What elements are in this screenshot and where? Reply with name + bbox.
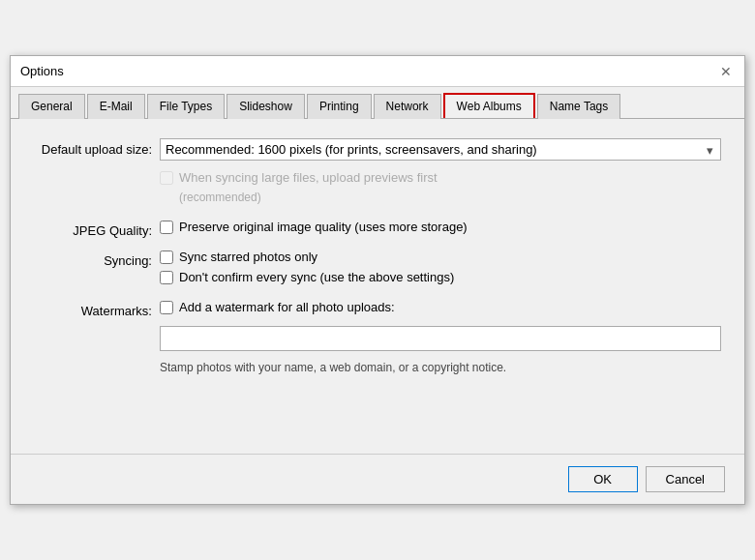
watermarks-label: Watermarks: bbox=[34, 300, 160, 318]
close-button[interactable]: ✕ bbox=[717, 63, 735, 80]
dont-confirm-row: Don't confirm every sync (use the above … bbox=[160, 270, 721, 284]
watermark-checkbox-row: Add a watermark for all photo uploads: bbox=[160, 300, 721, 314]
jpeg-quality-checkbox-row: Preserve original image quality (uses mo… bbox=[160, 220, 721, 234]
ok-button[interactable]: OK bbox=[568, 466, 638, 492]
tab-printing[interactable]: Printing bbox=[307, 94, 372, 119]
dont-confirm-checkbox[interactable] bbox=[160, 271, 173, 284]
jpeg-quality-option-label: Preserve original image quality (uses mo… bbox=[179, 220, 468, 234]
large-files-checkbox-row: When syncing large files, upload preview… bbox=[160, 170, 721, 185]
title-bar: Options ✕ bbox=[11, 56, 744, 87]
upload-size-label: Default upload size: bbox=[34, 138, 160, 157]
watermarks-row: Watermarks: Add a watermark for all phot… bbox=[34, 300, 721, 374]
cancel-button[interactable]: Cancel bbox=[646, 466, 725, 492]
watermark-checkbox-label: Add a watermark for all photo uploads: bbox=[179, 300, 395, 314]
large-files-row: When syncing large files, upload preview… bbox=[34, 170, 721, 210]
bottom-bar: OK Cancel bbox=[11, 454, 744, 504]
tab-filetypes[interactable]: File Types bbox=[147, 94, 225, 119]
jpeg-quality-checkbox[interactable] bbox=[160, 221, 173, 234]
tab-nametags[interactable]: Name Tags bbox=[537, 94, 620, 119]
upload-size-select-wrapper: Recommended: 1600 pixels (for prints, sc… bbox=[160, 138, 721, 161]
upload-size-select[interactable]: Recommended: 1600 pixels (for prints, sc… bbox=[160, 138, 721, 161]
dont-confirm-label: Don't confirm every sync (use the above … bbox=[179, 270, 454, 284]
large-files-label: When syncing large files, upload preview… bbox=[179, 170, 438, 185]
tab-webalbums[interactable]: Web Albums bbox=[443, 93, 535, 118]
options-window: Options ✕ General E-Mail File Types Slid… bbox=[10, 55, 745, 505]
jpeg-quality-label: JPEG Quality: bbox=[34, 220, 160, 238]
jpeg-quality-row: JPEG Quality: Preserve original image qu… bbox=[34, 220, 721, 240]
tab-slideshow[interactable]: Slideshow bbox=[226, 94, 305, 119]
syncing-row: Syncing: Sync starred photos only Don't … bbox=[34, 250, 721, 290]
tab-bar: General E-Mail File Types Slideshow Prin… bbox=[11, 87, 744, 119]
large-files-sub-note: (recommended) bbox=[179, 191, 721, 204]
tab-email[interactable]: E-Mail bbox=[87, 94, 145, 119]
sync-starred-checkbox[interactable] bbox=[160, 251, 173, 264]
tab-content: Default upload size: Recommended: 1600 p… bbox=[11, 119, 744, 396]
sync-starred-label: Sync starred photos only bbox=[179, 250, 317, 264]
tab-network[interactable]: Network bbox=[374, 94, 441, 119]
stamp-note: Stamp photos with your name, a web domai… bbox=[160, 361, 721, 374]
watermark-input[interactable] bbox=[160, 326, 721, 351]
syncing-label: Syncing: bbox=[34, 250, 160, 268]
window-title: Options bbox=[20, 64, 64, 78]
sync-starred-row: Sync starred photos only bbox=[160, 250, 721, 264]
large-files-checkbox[interactable] bbox=[160, 171, 173, 185]
upload-size-row: Default upload size: Recommended: 1600 p… bbox=[34, 138, 721, 161]
watermark-checkbox[interactable] bbox=[160, 301, 173, 314]
tab-general[interactable]: General bbox=[18, 94, 85, 119]
